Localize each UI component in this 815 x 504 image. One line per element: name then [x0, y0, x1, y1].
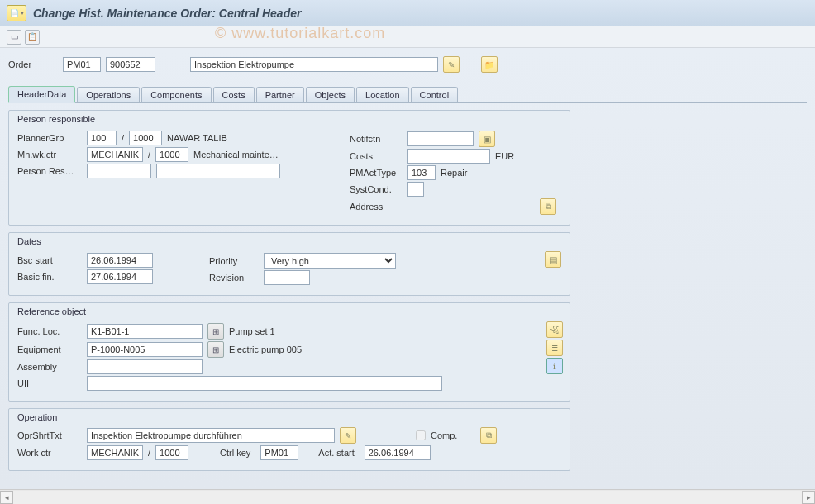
op-detail-icon[interactable]: ⧉: [480, 427, 497, 444]
prio-label: Priority: [209, 256, 259, 266]
tab-costs[interactable]: Costs: [213, 87, 255, 102]
costs-unit: EUR: [495, 151, 514, 161]
toolbar: ▭ 📋: [0, 26, 815, 48]
info-icon[interactable]: ℹ: [546, 358, 563, 374]
asm-input[interactable]: [87, 359, 203, 374]
systcond-label: SystCond.: [350, 184, 403, 194]
refobj-group-title: Reference object: [17, 307, 561, 316]
costs-input[interactable]: [408, 149, 490, 164]
personres-name-input[interactable]: [156, 164, 280, 178]
notif-label: Notifctn: [350, 134, 403, 144]
equip-input[interactable]: [87, 342, 203, 357]
person-group-title: Person responsible: [17, 114, 561, 124]
order-type-input[interactable]: [63, 57, 101, 72]
actstart-label: Act. start: [318, 448, 354, 458]
address-label: Address: [350, 202, 403, 212]
page-title: Change Hist. Maintenance Order: Central …: [33, 7, 301, 20]
tabstrip: HeaderData Operations Components Costs P…: [8, 84, 807, 103]
personres-label: Person Res…: [17, 166, 82, 176]
operation-group-title: Operation: [17, 412, 561, 422]
uii-label: UII: [17, 378, 82, 388]
plannergrp-label: PlannerGrp: [17, 133, 82, 143]
tab-objects[interactable]: Objects: [306, 87, 355, 102]
scroll-track[interactable]: [13, 491, 802, 504]
notif-create-icon[interactable]: ▣: [479, 131, 495, 147]
workctr1-input[interactable]: [87, 445, 143, 460]
func-input[interactable]: [87, 324, 203, 339]
plannergrp1-input[interactable]: [87, 131, 117, 145]
hierarchy-icon[interactable]: ꧁: [546, 321, 563, 338]
pmact-label: PMActType: [350, 168, 403, 178]
operation-group: Operation OprShrtTxt ✎ Comp. ⧉ Work ctr …: [8, 408, 570, 471]
tab-location[interactable]: Location: [356, 87, 409, 102]
equip-desc: Electric pump 005: [229, 345, 302, 354]
tab-partner[interactable]: Partner: [256, 87, 304, 102]
pmact-input[interactable]: [408, 165, 436, 180]
equip-label: Equipment: [17, 345, 82, 354]
dates-group: Dates Bsc start Basic fin. Priority Very…: [8, 232, 570, 296]
equip-struct-icon[interactable]: ⊞: [207, 341, 224, 358]
asm-label: Assembly: [17, 362, 82, 372]
app-menu-icon[interactable]: 📄: [7, 5, 26, 21]
folder-icon[interactable]: 📁: [481, 56, 498, 73]
workctr2-input[interactable]: [155, 445, 188, 460]
uii-input[interactable]: [87, 376, 442, 391]
tab-operations[interactable]: Operations: [77, 87, 140, 102]
content: Order ✎ 📁 HeaderData Operations Componen…: [0, 48, 815, 489]
opshort-input[interactable]: [87, 428, 335, 443]
comp-label: Comp.: [431, 430, 457, 440]
scroll-right-icon[interactable]: ▸: [802, 491, 815, 504]
pmact-desc: Repair: [441, 168, 467, 178]
bsc-input[interactable]: [87, 253, 153, 268]
opshort-label: OprShrtTxt: [17, 430, 82, 440]
edit-text-icon[interactable]: ✎: [443, 56, 460, 73]
notif-input[interactable]: [408, 131, 474, 146]
clipboard-icon[interactable]: 📋: [25, 30, 40, 45]
systcond-input[interactable]: [408, 182, 424, 197]
refobj-group: Reference object Func. Loc. ⊞ Pump set 1…: [8, 302, 570, 402]
doc-icon[interactable]: ▭: [7, 30, 21, 45]
address-detail-icon[interactable]: ⧉: [540, 198, 556, 215]
opshort-edit-icon[interactable]: ✎: [340, 427, 356, 444]
title-bar: 📄 Change Hist. Maintenance Order: Centra…: [0, 0, 815, 26]
costs-label: Costs: [350, 151, 403, 161]
tab-components[interactable]: Components: [141, 87, 211, 102]
ctrlkey-input[interactable]: [260, 445, 298, 460]
func-struct-icon[interactable]: ⊞: [207, 323, 224, 340]
fin-label: Basic fin.: [17, 272, 82, 282]
order-desc-input[interactable]: [190, 57, 438, 72]
bsc-label: Bsc start: [17, 255, 82, 265]
order-number-input[interactable]: [106, 57, 155, 72]
scroll-left-icon[interactable]: ◂: [0, 491, 13, 504]
h-scrollbar[interactable]: ◂ ▸: [0, 489, 815, 504]
personres-input[interactable]: [87, 164, 151, 178]
rev-label: Revision: [209, 273, 259, 283]
order-row: Order ✎ 📁: [8, 56, 807, 73]
tab-control[interactable]: Control: [411, 87, 458, 102]
person-group: Person responsible PlannerGrp / NAWAR TA…: [8, 110, 570, 226]
dates-group-title: Dates: [17, 236, 561, 246]
plannergrp2-input[interactable]: [129, 131, 162, 145]
actstart-input[interactable]: [365, 445, 431, 460]
list-icon[interactable]: ≣: [546, 340, 563, 356]
fin-input[interactable]: [87, 269, 153, 284]
tab-headerdata[interactable]: HeaderData: [8, 86, 75, 103]
planner-name: NAWAR TALIB: [167, 133, 227, 143]
ctrlkey-label: Ctrl key: [220, 448, 250, 458]
func-desc: Pump set 1: [229, 326, 275, 336]
mnwkctr1-input[interactable]: [87, 147, 143, 162]
mnwkctr-desc: Mechanical mainte…: [193, 150, 279, 159]
order-label: Order: [8, 59, 58, 69]
mnwkctr-label: Mn.wk.ctr: [17, 150, 82, 159]
prio-select[interactable]: Very high: [264, 253, 396, 269]
comp-checkbox: [416, 430, 426, 440]
rev-input[interactable]: [264, 270, 310, 285]
dates-detail-icon[interactable]: ▤: [545, 251, 561, 268]
mnwkctr2-input[interactable]: [155, 147, 188, 162]
func-label: Func. Loc.: [17, 326, 82, 336]
workctr-label: Work ctr: [17, 448, 82, 458]
